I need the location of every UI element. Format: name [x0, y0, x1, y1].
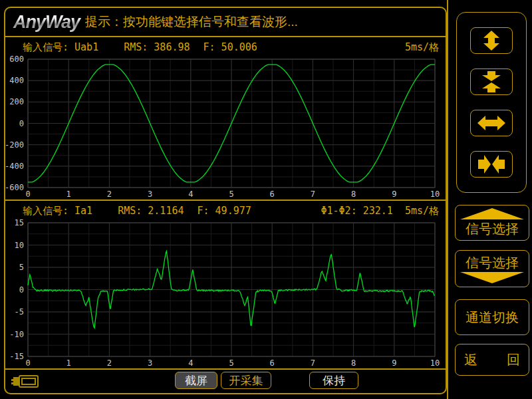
channel-switch-button[interactable]: 通道切换: [455, 299, 529, 335]
triangle-up-icon: [459, 208, 525, 220]
svg-text:4: 4: [188, 358, 193, 368]
svg-text:5: 5: [229, 358, 233, 368]
svg-text:1: 1: [66, 190, 71, 199]
current-waveform-chart: 151050-5-10-15012345678910: [5, 219, 444, 368]
svg-text:10: 10: [430, 190, 440, 199]
svg-text:3: 3: [148, 190, 152, 199]
voltage-frequency-value: F: 50.006: [203, 41, 257, 53]
screenshot-button[interactable]: 截屏: [175, 372, 217, 389]
svg-text:10: 10: [430, 358, 440, 368]
svg-text:2: 2: [107, 190, 112, 199]
compress-vertical-button[interactable]: [470, 68, 513, 95]
phase-difference-value: Φ1-Φ2: 232.1: [321, 205, 393, 217]
main-frame: AnyWay 提示：按功能键选择信号和查看波形... 输入信号: Uab1 RM…: [4, 7, 447, 394]
triangle-down-icon: [459, 272, 525, 284]
signal-select-down-button[interactable]: 信号选择: [455, 250, 529, 287]
expand-horizontal-icon: [477, 112, 506, 134]
signal-select-up-label: 信号选择: [466, 220, 519, 238]
svg-text:-200: -200: [5, 140, 24, 150]
svg-text:9: 9: [392, 190, 396, 199]
svg-text:600: 600: [9, 56, 24, 64]
svg-text:8: 8: [351, 190, 356, 199]
svg-text:6: 6: [270, 358, 275, 368]
signal-select-up-button[interactable]: 信号选择: [455, 205, 529, 241]
svg-text:7: 7: [311, 358, 315, 368]
voltage-chart-header: 输入信号: Uab1 RMS: 386.98 F: 50.006 5ms/格: [5, 39, 446, 56]
svg-text:4: 4: [188, 190, 193, 199]
voltage-timebase-label: 5ms/格: [405, 41, 439, 54]
svg-text:0: 0: [25, 358, 30, 368]
power-analyzer-screen: AnyWay 提示：按功能键选择信号和查看波形... 输入信号: Uab1 RM…: [0, 0, 532, 399]
svg-text:5: 5: [229, 190, 233, 199]
svg-text:-5: -5: [15, 307, 24, 317]
top-bar: AnyWay 提示：按功能键选择信号和查看波形...: [5, 8, 446, 37]
start-acquisition-button[interactable]: 开采集: [221, 372, 271, 389]
compress-horizontal-icon: [477, 154, 506, 175]
current-timebase-label: 5ms/格: [405, 205, 439, 217]
voltage-signal-label: 输入信号: Uab1: [23, 41, 98, 54]
svg-text:2: 2: [107, 358, 112, 368]
svg-text:10: 10: [15, 241, 24, 250]
back-label: 返 回: [464, 351, 520, 369]
scale-button-group: [456, 12, 527, 193]
compress-horizontal-button[interactable]: [470, 151, 513, 178]
svg-text:15: 15: [15, 219, 24, 227]
svg-text:400: 400: [9, 76, 24, 85]
bottom-bar: 截屏 开采集 保持: [5, 370, 446, 393]
battery-icon: [11, 373, 41, 389]
svg-text:-600: -600: [5, 183, 24, 192]
current-chart-section: 输入信号: Ia1 RMS: 2.1164 F: 49.977 Φ1-Φ2: 2…: [5, 201, 446, 370]
svg-text:1: 1: [66, 358, 71, 368]
svg-text:-10: -10: [9, 330, 24, 339]
compress-vertical-icon: [477, 71, 506, 92]
svg-text:7: 7: [311, 190, 315, 199]
svg-text:9: 9: [392, 358, 396, 368]
expand-horizontal-button[interactable]: [470, 110, 513, 136]
back-button[interactable]: 返 回: [455, 344, 529, 376]
current-chart-header: 输入信号: Ia1 RMS: 2.1164 F: 49.977 Φ1-Φ2: 2…: [5, 202, 446, 219]
svg-text:3: 3: [148, 358, 152, 368]
hint-text: 提示：按功能键选择信号和查看波形...: [85, 13, 298, 31]
expand-vertical-button[interactable]: [470, 27, 513, 54]
svg-text:0: 0: [19, 119, 24, 128]
svg-text:0: 0: [19, 285, 24, 295]
signal-select-down-label: 信号选择: [466, 254, 519, 272]
voltage-rms-value: RMS: 386.98: [124, 41, 190, 53]
current-frequency-value: F: 49.977: [198, 205, 251, 217]
voltage-waveform-chart: 6004002000-200-400-600012345678910: [5, 56, 444, 200]
anyway-logo: AnyWay: [5, 12, 85, 33]
svg-text:200: 200: [9, 97, 24, 106]
svg-text:0: 0: [25, 190, 30, 199]
svg-text:6: 6: [270, 190, 275, 199]
svg-text:-15: -15: [9, 352, 24, 361]
svg-text:-400: -400: [5, 162, 24, 171]
hold-button[interactable]: 保持: [309, 372, 358, 389]
svg-text:5: 5: [19, 263, 24, 272]
voltage-chart-section: 输入信号: Uab1 RMS: 386.98 F: 50.006 5ms/格 6…: [5, 37, 446, 201]
svg-text:8: 8: [351, 358, 356, 368]
sidebar: 信号选择 信号选择 通道切换 返 回: [447, 0, 532, 399]
current-rms-value: RMS: 2.1164: [118, 205, 184, 217]
expand-vertical-icon: [477, 30, 506, 51]
channel-switch-label: 通道切换: [466, 309, 519, 327]
current-signal-label: 输入信号: Ia1: [23, 205, 92, 217]
